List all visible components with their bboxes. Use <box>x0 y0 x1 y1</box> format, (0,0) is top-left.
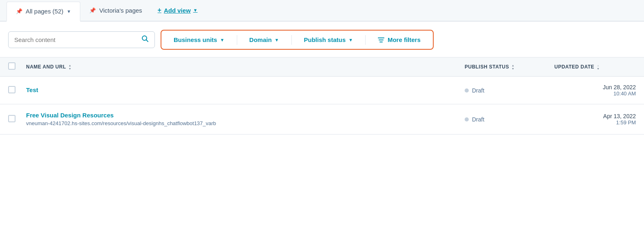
more-filters-button[interactable]: More filters <box>370 33 429 46</box>
search-input[interactable] <box>14 36 139 43</box>
sort-name-icon[interactable] <box>68 64 71 70</box>
filter-row: Business units ▼ Domain ▼ Publish status… <box>0 22 644 57</box>
row-1-time: 10:40 AM <box>554 90 636 97</box>
pin-icon: 📌 <box>16 8 22 14</box>
row-1-page-link[interactable]: Test <box>26 86 465 93</box>
chevron-down-icon-domain: ▼ <box>275 38 279 42</box>
publish-status-filter[interactable]: Publish status ▼ <box>296 33 361 46</box>
header-checkbox-cell <box>8 62 26 71</box>
row-1-name: Test <box>26 86 465 94</box>
sort-updated-icon[interactable] <box>597 64 600 70</box>
tab-all-pages-label: All pages (52) <box>26 8 64 15</box>
th-publish-status-label: PUBLISH STATUS <box>465 64 509 70</box>
row-2-status-dot <box>465 117 469 121</box>
search-box[interactable] <box>8 31 155 48</box>
table-row: Free Visual Design Resources vneuman-424… <box>0 104 644 135</box>
th-updated-date[interactable]: UPDATED DATE <box>554 64 636 70</box>
plus-icon: + <box>158 7 161 14</box>
filter-divider-3 <box>365 35 366 45</box>
row-2-name: Free Visual Design Resources vneuman-424… <box>26 112 465 127</box>
chevron-down-icon-addview: ▼ <box>193 8 198 13</box>
tab-victoria-label: Victoria's pages <box>99 7 142 14</box>
row-1-date: Jun 28, 2022 <box>554 84 636 90</box>
filter-group: Business units ▼ Domain ▼ Publish status… <box>161 30 434 50</box>
table-row: Test Draft Jun 28, 2022 10:40 AM <box>0 77 644 104</box>
row-1-updated-date: Jun 28, 2022 10:40 AM <box>554 84 636 97</box>
chevron-down-icon-publish: ▼ <box>348 38 353 42</box>
domain-label: Domain <box>249 36 272 43</box>
filter-divider-2 <box>291 35 292 45</box>
row-2-checkbox[interactable] <box>8 115 15 122</box>
tabs-row: 📌 All pages (52) ▼ 📌 Victoria's pages + … <box>0 0 644 22</box>
row-2-time: 1:59 PM <box>554 119 636 126</box>
business-units-label: Business units <box>174 36 217 43</box>
tab-all-pages[interactable]: 📌 All pages (52) ▼ <box>7 2 80 22</box>
search-icon <box>141 35 149 44</box>
row-1-checkbox-cell <box>8 86 26 95</box>
sort-publish-icon[interactable] <box>512 64 514 70</box>
row-1-publish-status: Draft <box>465 87 554 94</box>
row-1-status-dot <box>465 88 469 93</box>
th-name-url[interactable]: NAME AND URL <box>26 64 465 70</box>
table-header: NAME AND URL PUBLISH STATUS UPDATED DATE <box>0 57 644 77</box>
select-all-checkbox[interactable] <box>8 62 15 70</box>
row-2-updated-date: Apr 13, 2022 1:59 PM <box>554 113 636 126</box>
chevron-down-icon-bu: ▼ <box>220 38 225 42</box>
th-publish-status[interactable]: PUBLISH STATUS <box>465 64 554 70</box>
row-2-date: Apr 13, 2022 <box>554 113 636 119</box>
row-2-publish-status: Draft <box>465 116 554 123</box>
th-updated-date-label: UPDATED DATE <box>554 64 594 70</box>
row-1-checkbox[interactable] <box>8 86 15 93</box>
th-name-url-label: NAME AND URL <box>26 64 66 70</box>
more-filters-label: More filters <box>388 36 421 43</box>
domain-filter[interactable]: Domain ▼ <box>241 33 287 46</box>
pages-table: NAME AND URL PUBLISH STATUS UPDATED DATE… <box>0 57 644 135</box>
tab-victoria-pages[interactable]: 📌 Victoria's pages <box>80 0 151 22</box>
row-2-checkbox-cell <box>8 115 26 124</box>
filter-divider-1 <box>237 35 237 45</box>
chevron-down-icon: ▼ <box>67 9 71 14</box>
add-view-button[interactable]: + Add view ▼ <box>151 0 204 22</box>
add-view-label: Add view <box>164 7 191 14</box>
pin-icon-victoria: 📌 <box>89 7 96 13</box>
row-2-page-link[interactable]: Free Visual Design Resources <box>26 112 465 119</box>
row-2-status-label: Draft <box>472 116 484 123</box>
filter-lines-icon <box>378 38 384 42</box>
row-2-url: vneuman-4241702.hs-sites.com/resources/v… <box>26 120 216 126</box>
business-units-filter[interactable]: Business units ▼ <box>165 33 233 46</box>
row-1-status-label: Draft <box>472 87 484 94</box>
svg-line-1 <box>146 40 148 42</box>
publish-status-label: Publish status <box>304 36 346 43</box>
